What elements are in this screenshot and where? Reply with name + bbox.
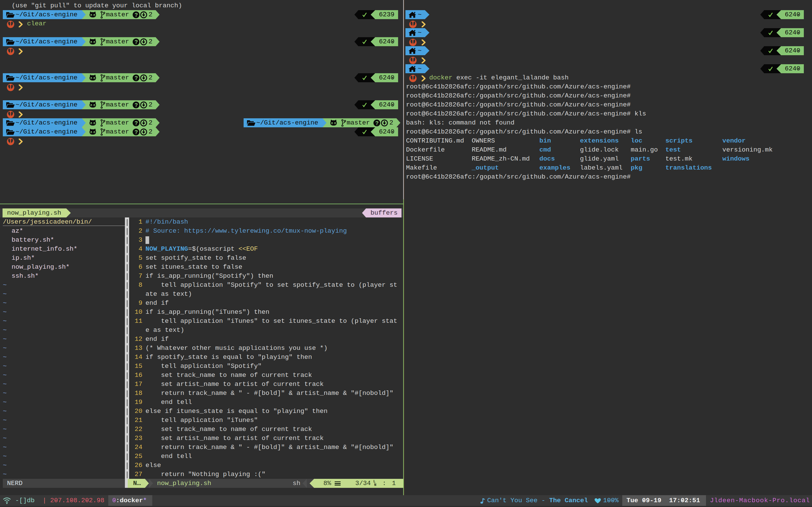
svg-text:?: ? (135, 75, 138, 81)
svg-text:?: ? (135, 102, 138, 108)
svg-text:?: ? (135, 120, 138, 126)
svg-text:?: ? (135, 129, 138, 135)
svg-text:?: ? (375, 120, 378, 126)
svg-text:?: ? (135, 12, 138, 18)
svg-text:?: ? (135, 39, 138, 45)
